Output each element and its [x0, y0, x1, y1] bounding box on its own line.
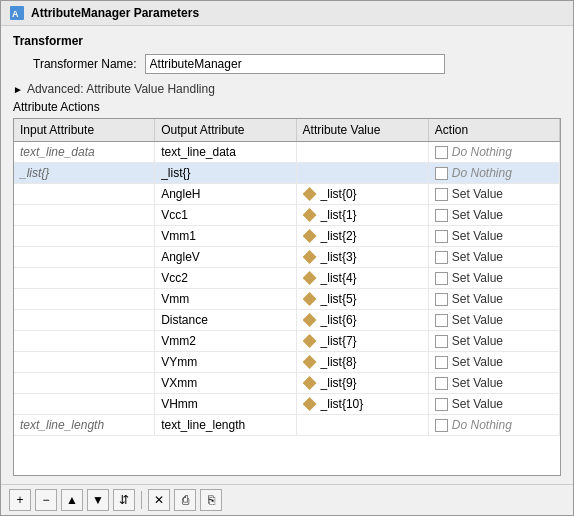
attr-value-text: _list{5}: [321, 292, 357, 306]
output-attr-cell: text_line_length: [155, 415, 296, 436]
action-label: Set Value: [452, 187, 503, 201]
action-checkbox[interactable]: [435, 314, 448, 327]
sort-button[interactable]: ⇵: [113, 489, 135, 511]
attr-value-cell: _list{5}: [296, 289, 428, 310]
table-row[interactable]: VHmm_list{10}Set Value: [14, 394, 560, 415]
attr-value-cell: _list{6}: [296, 310, 428, 331]
action-label: Set Value: [452, 229, 503, 243]
action-cell[interactable]: Set Value: [428, 268, 559, 289]
action-checkbox[interactable]: [435, 230, 448, 243]
move-up-button[interactable]: ▲: [61, 489, 83, 511]
action-cell[interactable]: Do Nothing: [428, 415, 559, 436]
action-checkbox[interactable]: [435, 251, 448, 264]
table-row[interactable]: AngleH_list{0}Set Value: [14, 184, 560, 205]
attr-value-text: _list{10}: [321, 397, 364, 411]
action-checkbox[interactable]: [435, 188, 448, 201]
output-attr-cell: AngleH: [155, 184, 296, 205]
attribute-actions-label: Attribute Actions: [13, 100, 561, 114]
table-row[interactable]: Vmm2_list{7}Set Value: [14, 331, 560, 352]
action-cell[interactable]: Set Value: [428, 373, 559, 394]
action-label: Set Value: [452, 292, 503, 306]
action-cell[interactable]: Do Nothing: [428, 142, 559, 163]
table-row[interactable]: Vmm1_list{2}Set Value: [14, 226, 560, 247]
title-bar: A AttributeManager Parameters: [1, 1, 573, 26]
attr-value-text: _list{6}: [321, 313, 357, 327]
table-row[interactable]: Vcc2_list{4}Set Value: [14, 268, 560, 289]
output-attr-cell: _list{}: [155, 163, 296, 184]
table-row[interactable]: _list{}_list{}Do Nothing: [14, 163, 560, 184]
action-checkbox[interactable]: [435, 146, 448, 159]
table-row[interactable]: VYmm_list{8}Set Value: [14, 352, 560, 373]
attr-value-text: _list{8}: [321, 355, 357, 369]
remove-button[interactable]: −: [35, 489, 57, 511]
action-label: Set Value: [452, 250, 503, 264]
col-header-value: Attribute Value: [296, 119, 428, 142]
transformer-name-input[interactable]: [145, 54, 445, 74]
output-attr-cell: VHmm: [155, 394, 296, 415]
table-row[interactable]: Vmm_list{5}Set Value: [14, 289, 560, 310]
table-row[interactable]: text_line_lengthtext_line_lengthDo Nothi…: [14, 415, 560, 436]
action-cell[interactable]: Set Value: [428, 394, 559, 415]
table-body: text_line_datatext_line_dataDo Nothing_l…: [14, 142, 560, 436]
table-row[interactable]: Vcc1_list{1}Set Value: [14, 205, 560, 226]
input-attr-cell: [14, 226, 155, 247]
action-checkbox[interactable]: [435, 356, 448, 369]
input-attr-cell: text_line_data: [14, 142, 155, 163]
action-label: Set Value: [452, 376, 503, 390]
input-attr-cell: _list{}: [14, 163, 155, 184]
input-attr-cell: [14, 352, 155, 373]
table-row[interactable]: VXmm_list{9}Set Value: [14, 373, 560, 394]
add-button[interactable]: +: [9, 489, 31, 511]
action-checkbox[interactable]: [435, 272, 448, 285]
col-header-output: Output Attribute: [155, 119, 296, 142]
table-row[interactable]: text_line_datatext_line_dataDo Nothing: [14, 142, 560, 163]
attr-value-cell: _list{2}: [296, 226, 428, 247]
action-cell[interactable]: Set Value: [428, 205, 559, 226]
action-cell[interactable]: Do Nothing: [428, 163, 559, 184]
attribute-table-container[interactable]: Input Attribute Output Attribute Attribu…: [13, 118, 561, 476]
advanced-section[interactable]: ► Advanced: Attribute Value Handling: [13, 82, 561, 96]
output-attr-cell: VYmm: [155, 352, 296, 373]
action-label: Set Value: [452, 208, 503, 222]
action-cell[interactable]: Set Value: [428, 247, 559, 268]
transformer-name-label: Transformer Name:: [33, 57, 137, 71]
action-cell[interactable]: Set Value: [428, 331, 559, 352]
input-attr-cell: [14, 268, 155, 289]
attr-value-icon: [303, 250, 317, 264]
input-attr-cell: [14, 310, 155, 331]
input-attr-cell: [14, 394, 155, 415]
output-attr-cell: Vcc2: [155, 268, 296, 289]
col-header-action: Action: [428, 119, 559, 142]
main-content: Transformer Transformer Name: ► Advanced…: [1, 26, 573, 484]
output-attr-cell: AngleV: [155, 247, 296, 268]
action-checkbox[interactable]: [435, 293, 448, 306]
action-checkbox[interactable]: [435, 335, 448, 348]
action-checkbox[interactable]: [435, 167, 448, 180]
attr-value-cell: _list{3}: [296, 247, 428, 268]
action-cell[interactable]: Set Value: [428, 352, 559, 373]
copy-button[interactable]: ⎙: [174, 489, 196, 511]
advanced-label: Advanced: Attribute Value Handling: [27, 82, 215, 96]
window: A AttributeManager Parameters Transforme…: [0, 0, 574, 516]
action-cell[interactable]: Set Value: [428, 184, 559, 205]
attribute-table: Input Attribute Output Attribute Attribu…: [14, 119, 560, 436]
table-row[interactable]: Distance_list{6}Set Value: [14, 310, 560, 331]
action-cell[interactable]: Set Value: [428, 289, 559, 310]
paste-button[interactable]: ⎘: [200, 489, 222, 511]
attr-value-cell: _list{9}: [296, 373, 428, 394]
table-row[interactable]: AngleV_list{3}Set Value: [14, 247, 560, 268]
input-attr-cell: [14, 205, 155, 226]
action-cell[interactable]: Set Value: [428, 310, 559, 331]
action-checkbox[interactable]: [435, 398, 448, 411]
attr-value-icon: [303, 397, 317, 411]
action-checkbox[interactable]: [435, 209, 448, 222]
move-down-button[interactable]: ▼: [87, 489, 109, 511]
attr-value-cell: _list{10}: [296, 394, 428, 415]
action-label: Do Nothing: [452, 145, 512, 159]
attr-value-icon: [303, 355, 317, 369]
output-attr-cell: Vmm1: [155, 226, 296, 247]
action-cell[interactable]: Set Value: [428, 226, 559, 247]
action-checkbox[interactable]: [435, 419, 448, 432]
delete-button[interactable]: ✕: [148, 489, 170, 511]
action-checkbox[interactable]: [435, 377, 448, 390]
